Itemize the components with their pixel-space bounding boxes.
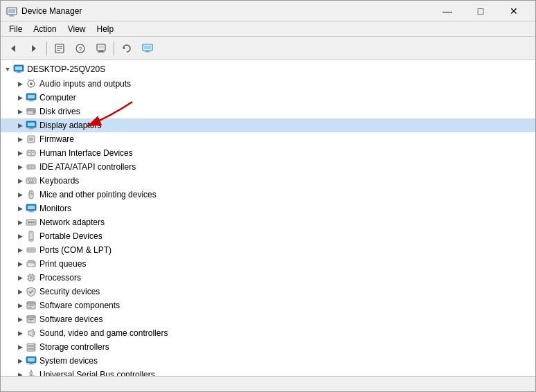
network-icon — [26, 217, 37, 228]
item-label: Human Interface Devices — [39, 148, 133, 158]
expand-icon[interactable]: ▶ — [15, 92, 26, 103]
svg-rect-107 — [28, 358, 35, 362]
menu-file[interactable]: File — [3, 23, 28, 35]
security-icon — [26, 286, 37, 297]
list-item[interactable]: ▶ Network adapters — [1, 215, 535, 229]
item-label: Storage controllers — [39, 342, 109, 352]
svg-rect-8 — [57, 48, 62, 48]
svg-marker-114 — [30, 370, 32, 371]
svg-rect-94 — [28, 307, 32, 308]
svg-rect-1 — [8, 9, 15, 13]
expand-icon[interactable]: ▶ — [15, 203, 26, 214]
root-label: DESKTOP-25QV20S — [27, 64, 105, 74]
item-label: Portable Devices — [39, 231, 102, 241]
close-button[interactable]: ✕ — [498, 1, 530, 21]
hid-icon — [26, 148, 37, 159]
expand-icon[interactable]: ▶ — [15, 175, 26, 186]
svg-marker-17 — [123, 46, 126, 49]
toolbar-sep-1 — [46, 42, 47, 55]
list-item[interactable]: ▶ Universal Serial Bus controllers — [1, 368, 535, 376]
toolbar-properties-button[interactable] — [50, 39, 69, 57]
expand-icon[interactable]: ▶ — [15, 244, 26, 256]
svg-rect-63 — [30, 211, 33, 212]
item-label: System devices — [39, 356, 98, 366]
list-item[interactable]: ▶ Print queues — [1, 257, 535, 271]
maximize-button[interactable]: □ — [465, 1, 497, 21]
expand-icon[interactable]: ▶ — [15, 355, 26, 366]
expand-icon[interactable]: ▶ — [15, 134, 26, 145]
list-item[interactable]: ▶ Software components — [1, 299, 535, 312]
menu-action[interactable]: Action — [28, 23, 62, 35]
list-item[interactable]: ▶ Monitors — [1, 202, 535, 215]
svg-line-28 — [28, 80, 29, 81]
expand-icon[interactable]: ▶ — [15, 106, 26, 117]
toolbar-refresh-button[interactable] — [117, 39, 136, 57]
list-item[interactable]: ▶ Computer — [1, 91, 535, 105]
list-item[interactable]: ▶ Keyboards — [1, 174, 535, 188]
toolbar-back-button[interactable] — [3, 39, 23, 57]
svg-marker-4 — [11, 45, 15, 52]
svg-rect-40 — [30, 127, 33, 129]
svg-rect-7 — [57, 46, 62, 47]
svg-rect-52 — [33, 166, 35, 168]
expand-icon[interactable]: ▶ — [15, 120, 26, 131]
list-item[interactable]: ▶ Ports (COM & LPT) — [1, 243, 535, 257]
root-computer-icon — [13, 64, 24, 75]
menu-view[interactable]: View — [62, 23, 91, 35]
list-item[interactable]: ▶ Sound, video and game controllers — [1, 326, 535, 340]
list-item[interactable]: ▶ Software devices — [1, 312, 535, 326]
expand-icon[interactable]: ▶ — [15, 286, 26, 297]
expand-icon[interactable]: ▶ — [15, 272, 26, 283]
menu-help[interactable]: Help — [91, 23, 120, 35]
expand-icon[interactable]: ▶ — [15, 314, 26, 325]
expand-icon[interactable]: ▶ — [15, 78, 26, 89]
svg-rect-68 — [33, 222, 35, 224]
svg-point-74 — [30, 249, 32, 251]
expand-icon[interactable]: ▶ — [15, 341, 26, 353]
list-item[interactable]: ▶ Human Interface Devices — [1, 146, 535, 160]
list-item[interactable]: ▶ Disk drives — [1, 105, 535, 118]
expand-icon[interactable]: ▶ — [15, 148, 26, 159]
minimize-button[interactable]: — — [431, 1, 463, 21]
item-label: Keyboards — [39, 176, 79, 186]
expand-icon[interactable]: ▶ — [15, 369, 26, 376]
list-item[interactable]: ▶ Storage controllers — [1, 340, 535, 354]
device-manager-window: Device Manager — □ ✕ File Action View He… — [0, 0, 536, 392]
expand-icon[interactable]: ▶ — [15, 161, 26, 172]
item-label: Software devices — [39, 314, 102, 324]
list-item[interactable]: ▶ Mice and other pointing devices — [1, 188, 535, 202]
toolbar-help-button[interactable]: ? — [71, 39, 90, 57]
list-item[interactable]: ▶ IDE ATA/ATAPI controllers — [1, 160, 535, 174]
expand-icon[interactable]: ▶ — [15, 217, 26, 228]
list-item[interactable]: ▶ Display adaptors — [1, 118, 535, 132]
toolbar-forward-button[interactable] — [24, 39, 44, 57]
list-item[interactable]: ▶ Portable Devices — [1, 229, 535, 243]
root-node[interactable]: ▼ DESKTOP-25QV20S — [1, 62, 535, 77]
svg-rect-41 — [28, 129, 34, 130]
item-label: Firmware — [39, 134, 74, 144]
svg-rect-109 — [28, 364, 34, 365]
expand-icon[interactable]: ▶ — [15, 300, 26, 311]
root-expand-icon[interactable]: ▼ — [2, 64, 13, 75]
toolbar-scan-button[interactable] — [91, 39, 111, 57]
svg-rect-97 — [28, 319, 34, 320]
item-label: Processors — [39, 273, 81, 283]
list-item[interactable]: ▶ Audio inputs and outputs — [1, 77, 535, 91]
svg-rect-43 — [29, 138, 33, 139]
disk-icon — [26, 106, 37, 117]
expand-icon[interactable]: ▶ — [15, 189, 26, 200]
expand-icon[interactable]: ▶ — [15, 231, 26, 242]
list-item[interactable]: ▶ — [1, 271, 535, 285]
title-bar: Device Manager — □ ✕ — [1, 1, 535, 21]
list-item[interactable]: ▶ System devices — [1, 354, 535, 368]
svg-rect-67 — [30, 222, 33, 224]
toolbar-monitor-button[interactable] — [138, 39, 157, 57]
list-item[interactable]: ▶ Firmware — [1, 132, 535, 146]
svg-rect-82 — [30, 276, 33, 279]
expand-icon[interactable]: ▶ — [15, 328, 26, 339]
expand-icon[interactable]: ▶ — [15, 258, 26, 269]
title-bar-controls: — □ ✕ — [431, 1, 530, 21]
ports-icon — [26, 244, 37, 256]
list-item[interactable]: ▶ Security devices — [1, 285, 535, 299]
svg-rect-14 — [98, 51, 105, 52]
